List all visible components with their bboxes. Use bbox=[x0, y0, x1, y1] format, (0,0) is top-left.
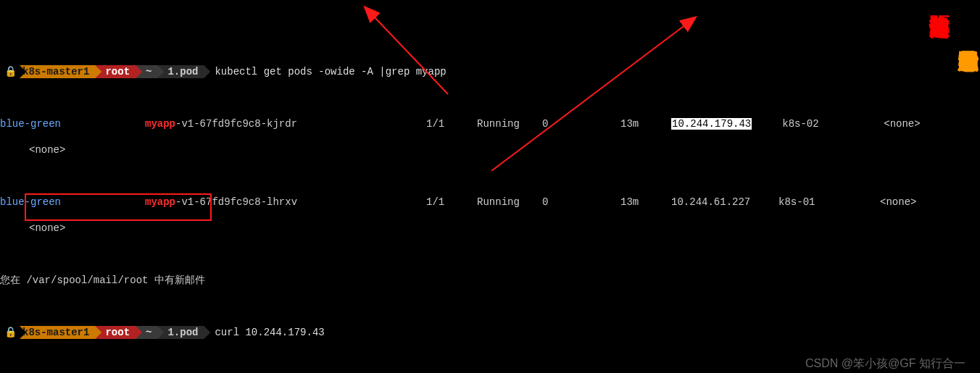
age-cell: 13m bbox=[620, 196, 671, 209]
dir-segment: 1.pod bbox=[157, 65, 204, 78]
command-text: kubectl get pods -owide -A |grep myapp bbox=[215, 65, 446, 78]
svg-line-0 bbox=[373, 16, 448, 94]
restarts-cell: 0 bbox=[542, 117, 620, 130]
command-text: curl 10.244.179.43 bbox=[215, 326, 324, 339]
host-segment: k8s-master1 bbox=[20, 65, 95, 78]
mail-notice: 您在 /var/spool/mail/root 中有新邮件 bbox=[0, 274, 980, 287]
ready-cell: 1/1 bbox=[426, 117, 477, 130]
age-cell: 13m bbox=[620, 117, 671, 130]
ip-cell: 10.244.61.227 bbox=[671, 196, 778, 209]
restarts-cell: 0 bbox=[542, 196, 620, 209]
node-cell: k8s-02 bbox=[782, 117, 884, 130]
podname-highlight: myapp bbox=[145, 118, 175, 130]
pod-row-tail: <none> bbox=[0, 143, 980, 156]
status-cell: Running bbox=[477, 196, 542, 209]
pod-row: blue-greenmyapp-v1-67fd9fc9c8-kjrdr1/1Ru… bbox=[0, 117, 980, 130]
annotation-rect bbox=[25, 193, 212, 221]
ready-cell: 1/1 bbox=[426, 196, 477, 209]
extra-cell: <none> bbox=[880, 196, 916, 208]
csdn-watermark: CSDN @笨小孩@GF 知行合一 bbox=[805, 357, 966, 370]
node-cell: k8s-01 bbox=[778, 196, 880, 209]
lock-icon: 🔒 bbox=[4, 326, 17, 339]
extra-cell: <none> bbox=[884, 118, 920, 130]
shell-prompt-2[interactable]: 🔒 k8s-master1 root ~ 1.pod curl 10.244.1… bbox=[0, 326, 980, 339]
dir-segment: 1.pod bbox=[157, 326, 204, 339]
shell-prompt-1[interactable]: 🔒 k8s-master1 root ~ 1.pod kubectl get p… bbox=[0, 65, 980, 78]
ip-cell-highlighted: 10.244.179.43 bbox=[671, 118, 752, 130]
status-cell: Running bbox=[477, 117, 542, 130]
podname-suffix: -v1-67fd9fc9c8-kjrdr bbox=[175, 118, 297, 130]
host-segment: k8s-master1 bbox=[20, 326, 95, 339]
pod-row-tail: <none> bbox=[0, 222, 980, 235]
lock-icon: 🔒 bbox=[4, 65, 17, 78]
namespace-cell: blue-green bbox=[0, 117, 145, 130]
annotation-arrows bbox=[0, 0, 980, 373]
